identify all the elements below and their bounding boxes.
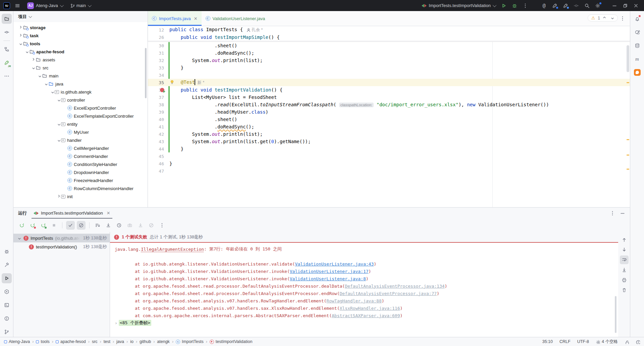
tree-item-FreezeHeadHandler[interactable]: CFreezeHeadHandler — [13, 176, 148, 184]
code-line-45[interactable]: 45 — [148, 153, 630, 160]
project-widget[interactable]: AJ Ateng-Java — [25, 1, 65, 10]
caret-position[interactable]: 35:10 — [542, 339, 553, 344]
breadcrumb-item-src[interactable]: src — [92, 339, 98, 344]
chevron-down-icon[interactable] — [56, 121, 61, 127]
project-panel-header[interactable]: 项目 — [13, 11, 148, 22]
run-configuration-selector[interactable]: ImportTests.testImportValidation — [419, 1, 498, 10]
line-number[interactable]: 45 — [148, 154, 169, 159]
build-tool-button[interactable] — [2, 260, 12, 270]
toggle-auto-test-button[interactable] — [39, 221, 48, 230]
code-line-43[interactable]: 43 System.out.println(list.get(0).getNam… — [148, 138, 630, 145]
soft-wrap-toggle[interactable] — [620, 255, 629, 264]
exception-class-link[interactable]: IllegalArgumentException — [141, 247, 204, 252]
chevron-right-icon[interactable] — [17, 33, 23, 38]
run-tool-button[interactable] — [2, 273, 12, 283]
chevron-down-icon[interactable] — [37, 73, 42, 78]
line-number[interactable]: 47 — [148, 169, 169, 174]
line-number[interactable]: 30 — [148, 43, 169, 48]
breadcrumb-item-ImportTests[interactable]: CImportTests — [176, 339, 204, 344]
breadcrumb-item-github[interactable]: github — [140, 339, 151, 344]
coverage-button[interactable] — [147, 221, 156, 230]
commit-tool-button[interactable] — [2, 27, 12, 37]
chevron-down-icon[interactable] — [24, 49, 29, 54]
line-number[interactable]: 36 — [148, 88, 169, 93]
line-number[interactable]: 40 — [148, 117, 169, 122]
chevron-down-icon[interactable] — [30, 65, 36, 70]
project-tool-button[interactable] — [2, 14, 12, 24]
tree-item-CommentHandler[interactable]: CCommentHandler — [13, 152, 148, 160]
test-history-button[interactable] — [115, 221, 123, 230]
structure-tool-button[interactable] — [2, 44, 12, 54]
chevron-down-icon[interactable] — [17, 41, 23, 46]
close-icon[interactable]: ✕ — [107, 211, 110, 216]
line-number[interactable]: 12 — [148, 27, 169, 33]
chevron-down-icon[interactable] — [56, 97, 61, 103]
code-line-40[interactable]: 40 .sheet() — [148, 116, 630, 123]
console-scrollbar-thumb[interactable] — [615, 296, 616, 333]
tree-item-task[interactable]: task — [13, 32, 148, 40]
code-line-37[interactable]: 37 List<MyUser> list = FesodSheet — [148, 94, 630, 101]
line-number[interactable]: 31 — [148, 51, 169, 56]
code-line-47[interactable]: 47 — [148, 167, 630, 175]
code-line-26[interactable]: 26 public void testImportMapSimple() { — [148, 34, 630, 41]
run-tab[interactable]: ImportTests.testImportValidation ✕ — [32, 208, 112, 219]
close-tab-icon[interactable]: ✕ — [194, 16, 198, 21]
line-number[interactable]: 33 — [148, 65, 169, 70]
console-output[interactable]: java.lang.IllegalArgumentException: 第7行:… — [110, 242, 618, 337]
tree-item-ExcelExportController[interactable]: CExcelExportController — [13, 104, 148, 112]
code-line-30[interactable]: 30 .sheet() — [148, 42, 630, 49]
settings-button[interactable] — [593, 1, 602, 10]
code-line-12[interactable]: 12public class ImportTests { 孔余 * — [148, 26, 630, 34]
code-line-33[interactable]: 33 } — [148, 64, 630, 71]
print-button[interactable] — [620, 276, 629, 284]
stack-frame-link[interactable]: ValidationUserListener.java:8 — [290, 276, 366, 281]
line-separator[interactable]: CRLF — [559, 339, 571, 344]
project-tree-scrollbar[interactable] — [145, 48, 147, 98]
code-line-32[interactable]: 32 System.out.println(list); — [148, 57, 630, 64]
editor-scrollbar-thumb[interactable] — [627, 45, 629, 72]
breadcrumb-item-tools[interactable]: tools — [36, 339, 49, 344]
ai-assistant-button[interactable] — [632, 27, 642, 37]
breadcrumb-item-testImportValidation[interactable]: testImportValidation — [210, 339, 253, 344]
line-number[interactable]: 44 — [148, 147, 169, 152]
services-tool-button[interactable] — [2, 287, 12, 297]
line-number[interactable]: 26 — [148, 35, 169, 40]
more-tool-windows-button[interactable] — [2, 71, 12, 81]
rerun-button[interactable] — [17, 221, 26, 230]
tree-item-assets[interactable]: assets — [13, 56, 148, 64]
code-line-42[interactable]: 42 System.out.println(list); — [148, 130, 630, 138]
search-everywhere-button[interactable] — [582, 1, 592, 10]
show-ignored-toggle[interactable] — [77, 221, 86, 230]
terminal-tool-button[interactable] — [2, 300, 12, 310]
chevron-down-icon[interactable] — [56, 137, 61, 143]
stack-frame-link[interactable]: XlsxRowHandler.java:116 — [339, 306, 400, 311]
tree-item-src[interactable]: src — [13, 64, 148, 72]
main-menu-button[interactable] — [13, 1, 22, 10]
rerun-failed-tests-button[interactable] — [28, 221, 37, 230]
line-number[interactable]: 41 — [148, 124, 169, 129]
snapshot-button[interactable] — [125, 221, 134, 230]
breadcrumb-item-test[interactable]: test — [104, 339, 110, 344]
stack-frame-link[interactable]: AbstractSAXParser.java:609 — [332, 313, 400, 318]
tree-item-io.github.atengk[interactable]: io.github.atengk — [13, 88, 148, 96]
file-encoding[interactable]: UTF-8 — [577, 339, 589, 344]
stop-button[interactable] — [50, 221, 58, 230]
debug-tool-button[interactable] — [2, 246, 12, 256]
editor-tab-ImportTests.java[interactable]: CImportTests.java✕ — [148, 11, 202, 26]
close-button[interactable] — [631, 1, 641, 10]
tree-item-RowColumnDimensionHandler[interactable]: CRowColumnDimensionHandler — [13, 184, 148, 192]
code-line-35[interactable]: 35 @Test 新 * — [148, 79, 630, 86]
line-number[interactable]: 39 — [148, 110, 169, 115]
tree-item-MyUser[interactable]: CMyUser — [13, 128, 148, 136]
test-tree-item-testImportValidation()[interactable]: !testImportValidation()1秒 138毫秒 — [13, 242, 110, 251]
rocket-debug-plugin-icon[interactable] — [561, 1, 570, 10]
line-number[interactable]: 38 — [148, 102, 169, 107]
tree-item-apache-fesod[interactable]: apache-fesod — [13, 48, 148, 56]
stack-frame-link[interactable]: DefaultAnalysisEventProcessor.java:134 — [345, 284, 444, 289]
editor-tab-ValidationUserListener.java[interactable]: CValidationUserListener.java — [202, 11, 269, 26]
hide-panel-icon[interactable] — [620, 211, 625, 216]
tree-item-handler[interactable]: handler — [13, 136, 148, 144]
tree-item-DropdownHandler[interactable]: CDropdownHandler — [13, 168, 148, 176]
folded-frames-chip[interactable]: <85 个折叠帧> — [119, 320, 151, 326]
sort-by-duration-button[interactable] — [93, 221, 102, 230]
